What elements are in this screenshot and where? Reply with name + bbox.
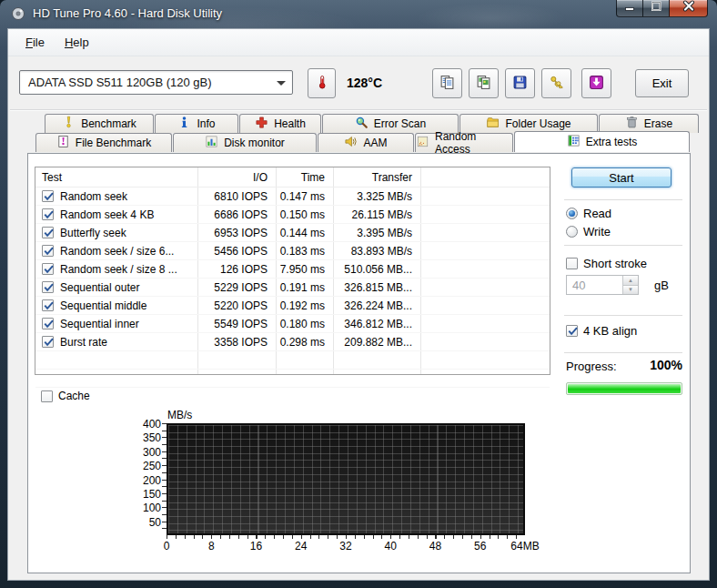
maximize-icon (649, 0, 663, 17)
table-row[interactable]: Random seek 4 KB6686 IOPS0.150 ms26.115 … (35, 206, 550, 224)
separator (564, 199, 682, 200)
stepper-up-icon[interactable]: ▲ (623, 276, 638, 285)
file-benchmark-icon (56, 135, 70, 151)
x-tick-label: 8 (191, 540, 231, 553)
drive-select-value: ADATA SSD S511 120GB (120 gB) (28, 76, 212, 89)
window-title: HD Tune Pro 4.60 - Hard Disk Utility (33, 6, 222, 20)
column-header-time[interactable]: Time (276, 171, 333, 184)
write-radio[interactable] (566, 226, 578, 238)
column-header-io[interactable]: I/O (197, 171, 276, 184)
x-tick-label: 56 (460, 540, 500, 553)
table-row[interactable]: Random seek6810 IOPS0.147 ms3.325 MB/s (35, 188, 550, 206)
io-value: 126 IOPS (197, 263, 276, 276)
table-row[interactable]: Butterfly seek6953 IOPS0.144 ms3.395 MB/… (35, 224, 550, 242)
table-row[interactable]: Random seek / size 6...5456 IOPS0.183 ms… (35, 242, 550, 260)
row-checkbox[interactable] (42, 190, 54, 202)
menu-file[interactable]: File (15, 31, 55, 54)
row-checkbox[interactable] (42, 336, 54, 348)
minimize-button[interactable] (616, 0, 643, 17)
exit-button[interactable]: Exit (635, 69, 689, 97)
extra-tests-panel: TestI/OTimeTransferRandom seek6810 IOPS0… (27, 153, 691, 573)
maximize-button[interactable] (643, 0, 669, 17)
cache-label: Cache (58, 390, 90, 402)
row-checkbox[interactable] (42, 263, 54, 275)
close-button[interactable] (669, 0, 708, 17)
test-name: Burst rate (60, 336, 107, 349)
y-tick-label: 200 (128, 474, 161, 487)
test-name: Random seek / size 6... (60, 245, 174, 258)
tab-info[interactable]: Info (155, 114, 238, 133)
row-checkbox[interactable] (42, 208, 54, 220)
test-name: Sequential inner (60, 318, 139, 330)
tab-benchmark[interactable]: Benchmark (45, 114, 154, 133)
align-checkbox[interactable] (566, 325, 578, 337)
tab-label: File Benchmark (76, 137, 151, 149)
keys-icon (549, 75, 564, 93)
column-header-test[interactable]: Test (35, 171, 197, 184)
table-row[interactable]: Sequential middle5220 IOPS0.192 ms326.22… (35, 297, 550, 315)
column-header-transfer[interactable]: Transfer (333, 171, 420, 184)
y-tick-label: 400 (128, 418, 161, 431)
start-button[interactable]: Start (571, 167, 672, 188)
tab-label: Erase (644, 117, 672, 130)
copy-text-button[interactable] (432, 68, 462, 98)
tab-health[interactable]: Health (239, 114, 321, 133)
test-name: Butterfly seek (60, 227, 126, 239)
row-checkbox[interactable] (42, 227, 54, 238)
table-row[interactable]: Burst rate3358 IOPS0.298 ms209.882 MB... (35, 333, 550, 351)
short-stroke-checkbox[interactable] (566, 258, 578, 269)
row-checkbox[interactable] (42, 299, 54, 311)
stepper-buttons: ▲ ▼ (622, 276, 638, 294)
table-header: TestI/OTimeTransfer (35, 167, 550, 188)
update-button[interactable] (581, 68, 611, 98)
chart-x-ticks (167, 535, 525, 539)
tab-aam[interactable]: AAM (318, 133, 414, 152)
client-area: FileHelp ADATA SSD S511 120GB (120 gB) 1… (7, 28, 710, 581)
separator (564, 352, 682, 353)
test-results-table: TestI/OTimeTransferRandom seek6810 IOPS0… (35, 167, 550, 375)
temperature-button[interactable] (308, 68, 336, 98)
transfer-value: 3.395 MB/s (333, 227, 420, 239)
transfer-value: 83.893 MB/s (333, 245, 420, 258)
save-button[interactable] (505, 68, 535, 98)
tab-extra-tests[interactable]: Extra tests (514, 131, 690, 152)
drive-select[interactable]: ADATA SSD S511 120GB (120 gB) (19, 70, 293, 95)
chart-y-axis-title: MB/s (167, 409, 192, 421)
menu-help[interactable]: Help (55, 31, 99, 54)
table-row[interactable]: Random seek / size 8 ...126 IOPS7.950 ms… (35, 260, 550, 279)
y-tick-label: 350 (128, 431, 161, 444)
app-disk-icon (11, 6, 25, 21)
minimize-icon (622, 0, 637, 17)
transfer-value: 209.882 MB... (333, 336, 420, 349)
tab-random-access[interactable]: Random Access (415, 133, 513, 152)
y-tick-label: 250 (128, 460, 161, 472)
random-access-icon (416, 135, 429, 151)
table-row[interactable]: Sequential outer5229 IOPS0.191 ms326.815… (35, 279, 550, 297)
align-row: 4 KB align (566, 324, 637, 338)
options-button[interactable] (541, 68, 571, 98)
tab-file-benchmark[interactable]: File Benchmark (35, 133, 172, 152)
test-name: Sequential middle (60, 299, 146, 312)
read-radio[interactable] (566, 208, 578, 219)
row-checkbox[interactable] (42, 281, 54, 293)
row-checkbox[interactable] (42, 318, 54, 329)
tab-disk-monitor[interactable]: Disk monitor (173, 133, 317, 152)
y-tick-label: 100 (128, 502, 161, 514)
time-value: 0.192 ms (276, 299, 333, 312)
tab-label: Health (274, 117, 306, 130)
x-tick-label: 48 (416, 540, 456, 553)
temperature-value: 128°C (347, 76, 382, 90)
row-checkbox[interactable] (42, 245, 54, 257)
progress-value: 100% (566, 358, 682, 372)
x-tick-label: 16 (237, 540, 277, 553)
progress-bar (566, 382, 682, 395)
table-row[interactable]: Sequential inner5549 IOPS0.180 ms346.812… (35, 315, 550, 333)
copy-image-button[interactable] (469, 68, 499, 98)
x-tick-label: 64MB (505, 540, 545, 553)
io-value: 6810 IOPS (197, 190, 276, 203)
stepper-down-icon[interactable]: ▼ (623, 285, 638, 295)
size-stepper[interactable]: 40 ▲ ▼ (566, 275, 639, 295)
cache-checkbox[interactable] (41, 390, 53, 402)
tab-erase[interactable]: Erase (599, 114, 699, 133)
download-icon (589, 75, 604, 93)
